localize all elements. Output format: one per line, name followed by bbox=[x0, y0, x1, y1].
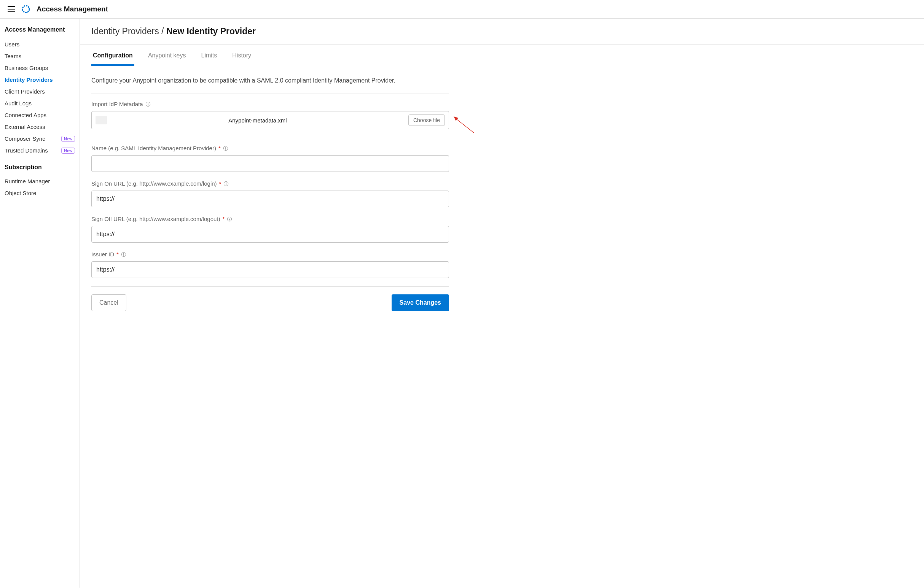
svg-rect-14 bbox=[229, 219, 230, 220]
file-name: Anypoint-metadata.xml bbox=[111, 117, 404, 124]
svg-point-0 bbox=[23, 6, 29, 13]
required-marker: * bbox=[222, 216, 224, 222]
tab-configuration[interactable]: Configuration bbox=[91, 46, 134, 66]
field-issuer-id: Issuer ID* bbox=[91, 251, 449, 278]
topbar-title: Access Management bbox=[36, 5, 108, 13]
annotation-arrow-icon bbox=[453, 115, 476, 135]
hamburger-menu-icon[interactable] bbox=[8, 6, 15, 12]
sidebar-item-label: Audit Logs bbox=[5, 100, 31, 107]
sidebar-item-business-groups[interactable]: Business Groups bbox=[5, 62, 75, 74]
sidebar-item-runtime-manager[interactable]: Runtime Manager bbox=[5, 175, 75, 187]
sidebar-item-label: Object Store bbox=[5, 190, 36, 196]
sidebar-item-users[interactable]: Users bbox=[5, 38, 75, 50]
tab-anypoint-keys[interactable]: Anypoint keys bbox=[147, 46, 188, 66]
cancel-button[interactable]: Cancel bbox=[91, 294, 126, 311]
file-input[interactable]: Anypoint-metadata.xml Choose file bbox=[91, 111, 449, 129]
svg-point-10 bbox=[226, 182, 227, 183]
sidebar-item-label: Composer Sync bbox=[5, 135, 45, 142]
sidebar-item-client-providers[interactable]: Client Providers bbox=[5, 86, 75, 97]
svg-rect-11 bbox=[226, 183, 226, 185]
signon-url-input[interactable] bbox=[91, 191, 449, 207]
form-actions: Cancel Save Changes bbox=[91, 294, 449, 311]
sidebar-item-label: Client Providers bbox=[5, 88, 45, 95]
topbar: Access Management bbox=[0, 0, 924, 19]
svg-point-2 bbox=[148, 103, 148, 104]
sidebar-item-label: External Access bbox=[5, 124, 45, 130]
tab-limits[interactable]: Limits bbox=[200, 46, 218, 66]
sidebar: Access Management Users Teams Business G… bbox=[0, 19, 80, 588]
sidebar-item-label: Runtime Manager bbox=[5, 178, 50, 184]
sidebar-item-label: Trusted Domains bbox=[5, 147, 48, 154]
signoff-url-input[interactable] bbox=[91, 226, 449, 243]
breadcrumb-current: New Identity Provider bbox=[166, 26, 256, 36]
new-badge: New bbox=[61, 136, 75, 142]
choose-file-button[interactable]: Choose file bbox=[408, 114, 445, 126]
sidebar-subscription-heading: Subscription bbox=[5, 164, 75, 171]
svg-rect-17 bbox=[123, 254, 124, 255]
tab-history[interactable]: History bbox=[231, 46, 253, 66]
sidebar-item-teams[interactable]: Teams bbox=[5, 50, 75, 62]
svg-point-7 bbox=[225, 147, 226, 148]
name-input[interactable] bbox=[91, 155, 449, 172]
issuer-id-input[interactable] bbox=[91, 261, 449, 278]
new-badge: New bbox=[61, 148, 75, 154]
breadcrumb-separator: / bbox=[159, 26, 166, 36]
svg-rect-8 bbox=[225, 148, 226, 150]
info-icon[interactable] bbox=[223, 146, 228, 151]
svg-marker-5 bbox=[454, 116, 458, 121]
info-icon[interactable] bbox=[121, 252, 126, 257]
sidebar-item-trusted-domains[interactable]: Trusted Domains New bbox=[5, 145, 75, 156]
sidebar-item-label: Users bbox=[5, 41, 20, 48]
svg-rect-3 bbox=[148, 104, 148, 105]
sidebar-heading: Access Management bbox=[5, 26, 75, 33]
breadcrumb-parent[interactable]: Identity Providers bbox=[91, 26, 159, 36]
divider bbox=[91, 94, 449, 94]
app-logo-icon bbox=[21, 5, 30, 14]
sidebar-item-connected-apps[interactable]: Connected Apps bbox=[5, 109, 75, 121]
field-import-metadata: Import IdP Metadata Anypoint-metadata.xm… bbox=[91, 101, 449, 129]
svg-line-4 bbox=[456, 119, 474, 133]
import-label: Import IdP Metadata bbox=[91, 101, 143, 107]
sidebar-item-composer-sync[interactable]: Composer Sync New bbox=[5, 133, 75, 145]
field-signoff-url: Sign Off URL (e.g. http://www.example.co… bbox=[91, 216, 449, 243]
issuer-label: Issuer ID bbox=[91, 251, 114, 257]
signoff-label: Sign Off URL (e.g. http://www.example.co… bbox=[91, 216, 220, 222]
field-name: Name (e.g. SAML Identity Management Prov… bbox=[91, 145, 449, 172]
required-marker: * bbox=[116, 251, 119, 257]
tabs: Configuration Anypoint keys Limits Histo… bbox=[80, 46, 924, 66]
sidebar-item-external-access[interactable]: External Access bbox=[5, 121, 75, 133]
sidebar-item-label: Business Groups bbox=[5, 65, 48, 71]
sidebar-item-object-store[interactable]: Object Store bbox=[5, 187, 75, 199]
info-icon[interactable] bbox=[145, 102, 151, 107]
field-signon-url: Sign On URL (e.g. http://www.example.com… bbox=[91, 180, 449, 207]
sidebar-item-label: Teams bbox=[5, 53, 21, 59]
required-marker: * bbox=[219, 180, 221, 187]
divider bbox=[91, 287, 449, 287]
info-icon[interactable] bbox=[227, 216, 232, 222]
info-icon[interactable] bbox=[223, 181, 229, 186]
sidebar-item-label: Connected Apps bbox=[5, 112, 46, 118]
signon-label: Sign On URL (e.g. http://www.example.com… bbox=[91, 180, 217, 187]
sidebar-item-identity-providers[interactable]: Identity Providers bbox=[5, 74, 75, 86]
svg-point-16 bbox=[123, 253, 124, 254]
sidebar-item-label: Identity Providers bbox=[5, 76, 53, 83]
intro-text: Configure your Anypoint organization to … bbox=[91, 76, 449, 85]
file-thumb-icon bbox=[96, 116, 107, 124]
required-marker: * bbox=[218, 145, 221, 152]
main-content: Identity Providers / New Identity Provid… bbox=[80, 19, 924, 588]
breadcrumb: Identity Providers / New Identity Provid… bbox=[80, 19, 924, 44]
divider bbox=[91, 138, 449, 138]
save-changes-button[interactable]: Save Changes bbox=[392, 294, 449, 311]
sidebar-item-audit-logs[interactable]: Audit Logs bbox=[5, 97, 75, 109]
name-label: Name (e.g. SAML Identity Management Prov… bbox=[91, 145, 216, 152]
svg-point-13 bbox=[229, 217, 230, 218]
